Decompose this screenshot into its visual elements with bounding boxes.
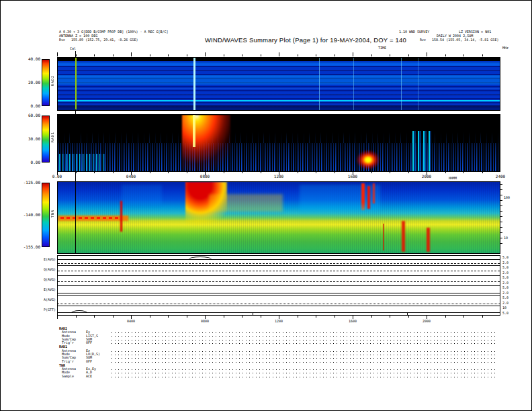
rad2-colorbar-tick-max: 40.00 [19,57,40,61]
tnr-red-spike-2010 [427,228,430,252]
bottom-label-1600: 1600 [345,320,361,324]
strip-panel-4 [57,285,500,295]
bottom-label-0800: 0800 [197,320,213,324]
strip6-spike-2 [407,312,408,315]
rad1-spectrogram [57,114,500,172]
strip1-right-bottom: 2.0 [502,261,508,265]
rad2-bright-band-top [58,62,500,66]
rad2-cyan-line [58,100,500,101]
time-unit-label: HHMM [449,177,457,181]
strip1-right-top: 5.0 [502,256,508,260]
rad1-colorbar-tick-max: 60.00 [19,113,40,118]
tnr-right-tick-100: 100 [504,196,510,200]
rad1-left-cyan-patch [59,154,106,171]
rad1-colorbar-tick-min: 0.00 [19,161,40,165]
rad2-colorbar-tick-mid: 20.00 [19,81,40,85]
top-axis-minor-ticks [57,54,500,56]
strip-panel-3 [57,275,500,285]
dotted-leader [112,351,496,352]
dotted-leader [112,357,496,359]
strip-panel-5 [57,295,500,306]
strip5-right-bottom: 2.0 [502,302,508,306]
footer-tnr-row: SampleACE [59,374,496,377]
strip2-right-bottom: 2.0 [502,271,508,275]
time-label-1200: 1200 [271,175,287,179]
tnr-red-spike-1845 [402,221,405,252]
rad2-colorbar [42,59,50,106]
strip6-bump [71,310,87,316]
rad1-colorbar-tick-mid: 30.00 [19,137,40,141]
mid-axis-minor-ticks [57,171,500,173]
rad1-colorbar [42,116,50,163]
dotted-leader [112,332,496,333]
bottom-label-1200: 1200 [271,320,287,324]
rad1-cyan-columns [412,131,431,171]
dotted-leader [112,361,496,363]
strip6-right-top: 10 [502,306,506,310]
tnr-red-spike-0330 [120,201,122,232]
rad2-type3-burst-streak [193,58,195,110]
tnr-cyan-patch-left [122,185,162,205]
tnr-colorbar-tick-max: -125.00 [19,181,40,185]
strip-panel-2 [57,265,500,275]
dotted-leader [112,339,496,340]
tnr-right-tick-10: 10 [504,236,508,240]
strip-panel-6 [57,306,500,316]
rad2-faint-streak-2 [353,58,354,110]
strip1-label: E(AVG) [27,258,56,262]
cal-line-rad2-green [75,58,77,109]
cal-marker-label: Cal [70,47,76,51]
rad1-panel-title: RAD1 [50,132,54,142]
bottom-axis-minor-ticks [57,316,500,318]
strip4-trace [58,293,500,293]
tnr-burst-tail [209,194,283,212]
time-label-1600: 1600 [345,175,361,179]
rad2-faint-streak-1 [319,58,320,110]
strip1-dashed-trace [58,263,500,264]
rad1-fuzz-fade [58,132,500,171]
header-survey: 1.10 WND SURVEY [399,30,429,34]
receiver-config-block: RAD2 AntennaEy ModeLIST,S Sum/CapSUM Tri… [59,326,496,378]
rad2-faint-streak-4 [418,58,418,110]
bottom-label-2000: 2000 [418,320,435,324]
tnr-panel-title: TNR [50,210,54,218]
strip6-label: P(GTT) [27,308,56,312]
rad2-top-black-band [58,58,500,61]
time-label-0800: 0800 [197,175,213,179]
strip1-bump [189,257,212,262]
dotted-leader [112,354,496,355]
tnr-thin-red-spike [383,224,384,250]
time-label-2000: 2000 [418,175,435,179]
strip-panel-1 [57,255,500,265]
strip3-dashed-trace [58,281,500,282]
strip4-label: E(AVG) [27,288,56,292]
strip6-trace [58,312,500,313]
time-axis-title: TIME [378,46,386,50]
strip1-trace [58,259,500,260]
strip2-dashed-trace [58,271,500,271]
time-label-0400: 0400 [123,175,139,179]
rad2-faint-streak-3 [401,58,402,110]
dotted-leader [112,372,496,373]
tnr-plasma-band-red-dashes [60,217,121,219]
tnr-right-axis-ticks [500,184,502,248]
header-right-position: Rve 158.54 (155.05, 34.14, -5.81 GSE) [420,38,498,42]
rad1-burst-core [193,115,195,147]
dotted-leader [112,376,496,377]
bottom-label-0400: 0400 [123,320,139,324]
strip5-right-top: 5.0 [502,296,508,300]
dotted-leader [112,342,496,344]
strip6-right-bottom: 5.0 [502,312,508,316]
strip2-right-top: 5.0 [502,266,508,270]
rad2-panel-title: RAD2 [50,75,54,86]
strip3-right-top: 5.0 [502,276,508,280]
rad1-type3-burst [182,115,230,171]
strip4-right-top: 5.0 [502,286,508,290]
rad2-spectrogram [57,57,500,111]
tnr-red-column-1 [361,183,365,210]
dotted-leader [112,369,496,370]
strip5-label: A(AVG) [27,298,56,302]
tnr-colorbar [42,183,50,247]
tnr-red-column-3 [373,183,375,203]
tnr-red-column-2 [367,186,370,209]
